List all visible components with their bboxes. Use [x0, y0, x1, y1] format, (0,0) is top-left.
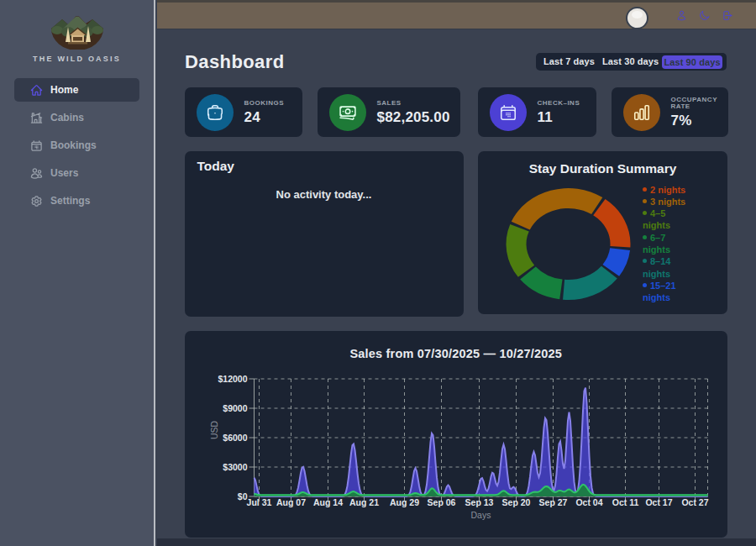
svg-text:USD: USD: [208, 420, 218, 439]
svg-text:Days: Days: [470, 510, 491, 520]
svg-text:$12000: $12000: [218, 374, 247, 384]
svg-text:Aug 07: Aug 07: [276, 497, 305, 507]
svg-text:$9000: $9000: [223, 403, 247, 413]
svg-text:Sep 27: Sep 27: [538, 497, 567, 507]
svg-text:Oct 11: Oct 11: [612, 497, 638, 507]
svg-text:Aug 21: Aug 21: [349, 497, 378, 507]
svg-text:Oct 27: Oct 27: [681, 497, 708, 507]
svg-text:Jul 31: Jul 31: [246, 497, 271, 507]
svg-text:$0: $0: [237, 491, 247, 501]
svg-text:Sep 06: Sep 06: [427, 497, 455, 507]
svg-text:Aug 14: Aug 14: [312, 497, 342, 507]
svg-text:Sep 13: Sep 13: [465, 497, 493, 507]
svg-text:Oct 17: Oct 17: [645, 497, 672, 507]
svg-text:Oct 04: Oct 04: [575, 497, 602, 507]
svg-text:Aug 29: Aug 29: [389, 497, 418, 507]
svg-text:$3000: $3000: [223, 462, 247, 472]
svg-text:$6000: $6000: [223, 433, 247, 443]
svg-text:Sep 20: Sep 20: [501, 497, 530, 507]
